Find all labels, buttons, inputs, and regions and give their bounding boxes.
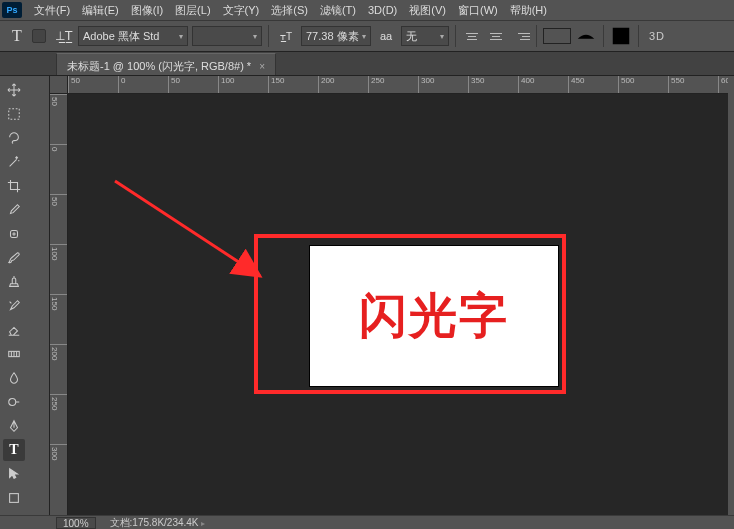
brush-tool[interactable] xyxy=(3,247,25,269)
dropdown-caret-icon: ▾ xyxy=(179,32,183,41)
warp-text-icon[interactable] xyxy=(575,25,597,47)
svg-rect-1 xyxy=(9,109,20,120)
status-bar: 100% 文档:175.8K/234.4K xyxy=(0,515,734,529)
menu-layer[interactable]: 图层(L) xyxy=(169,1,216,20)
spot-heal-tool[interactable] xyxy=(3,223,25,245)
ruler-origin[interactable] xyxy=(50,76,68,94)
svg-point-4 xyxy=(9,399,16,406)
clone-stamp-tool[interactable] xyxy=(3,271,25,293)
canvas-text-layer[interactable]: 闪光字 xyxy=(310,246,558,386)
crop-tool[interactable] xyxy=(3,175,25,197)
shape-tool[interactable] xyxy=(3,487,25,509)
menu-bar: Ps 文件(F) 编辑(E) 图像(I) 图层(L) 文字(Y) 选择(S) 滤… xyxy=(0,0,734,20)
pen-tool[interactable] xyxy=(3,415,25,437)
document-tab-bar: 未标题-1 @ 100% (闪光字, RGB/8#) * × xyxy=(0,52,734,76)
gradient-tool[interactable] xyxy=(3,343,25,365)
menu-window[interactable]: 窗口(W) xyxy=(452,1,504,20)
font-family-select[interactable]: Adobe 黑体 Std ▾ xyxy=(78,26,188,46)
options-bar: T ⊥̲T̲ Adobe 黑体 Std ▾ ▾ т̲T 77.38 像素 ▾ a… xyxy=(0,20,734,52)
menu-edit[interactable]: 编辑(E) xyxy=(76,1,125,20)
divider xyxy=(268,25,269,47)
divider xyxy=(638,25,639,47)
character-panel-icon[interactable] xyxy=(610,25,632,47)
svg-rect-0 xyxy=(613,28,630,45)
vertical-ruler[interactable]: 50050100150200250300 xyxy=(50,94,68,515)
document-canvas[interactable]: 闪光字 xyxy=(310,246,558,386)
blur-tool[interactable] xyxy=(3,367,25,389)
font-family-value: Adobe 黑体 Std xyxy=(83,29,159,44)
menu-file[interactable]: 文件(F) xyxy=(28,1,76,20)
zoom-level-field[interactable]: 100% xyxy=(56,517,96,529)
text-orientation-toggle[interactable] xyxy=(32,29,46,43)
close-tab-icon[interactable]: × xyxy=(259,61,265,72)
document-info[interactable]: 文档:175.8K/234.4K xyxy=(110,516,205,530)
document-tab[interactable]: 未标题-1 @ 100% (闪光字, RGB/8#) * × xyxy=(56,53,276,75)
divider xyxy=(455,25,456,47)
dodge-tool[interactable] xyxy=(3,391,25,413)
align-right-button[interactable] xyxy=(510,27,530,45)
antialias-select[interactable]: 无 ▾ xyxy=(401,26,449,46)
dropdown-caret-icon: ▾ xyxy=(253,32,257,41)
align-center-button[interactable] xyxy=(486,27,506,45)
workspace: T 50050100150200250300350400450500550600… xyxy=(0,76,734,515)
divider xyxy=(603,25,604,47)
app-logo: Ps xyxy=(2,2,22,18)
lasso-tool[interactable] xyxy=(3,127,25,149)
type-tool-indicator-icon: T xyxy=(6,25,28,47)
align-left-button[interactable] xyxy=(462,27,482,45)
antialias-label: aa xyxy=(375,25,397,47)
font-style-select[interactable]: ▾ xyxy=(192,26,262,46)
font-size-value: 77.38 像素 xyxy=(306,29,359,44)
tools-panel: T xyxy=(0,76,50,515)
font-size-icon: т̲T xyxy=(275,25,297,47)
horizontal-ruler[interactable]: 50050100150200250300350400450500550600 xyxy=(68,76,728,94)
menu-filter[interactable]: 滤镜(T) xyxy=(314,1,362,20)
svg-rect-5 xyxy=(10,494,19,503)
menu-select[interactable]: 选择(S) xyxy=(265,1,314,20)
3d-button[interactable]: 3D xyxy=(645,30,669,42)
type-tool[interactable]: T xyxy=(3,439,25,461)
svg-line-7 xyxy=(115,181,260,276)
dropdown-caret-icon: ▾ xyxy=(362,32,366,41)
menu-view[interactable]: 视图(V) xyxy=(403,1,452,20)
eyedropper-tool[interactable] xyxy=(3,199,25,221)
font-size-select[interactable]: 77.38 像素 ▾ xyxy=(301,26,371,46)
text-orientation-icon[interactable]: ⊥̲T̲ xyxy=(52,25,74,47)
history-brush-tool[interactable] xyxy=(3,295,25,317)
path-select-tool[interactable] xyxy=(3,463,25,485)
menu-image[interactable]: 图像(I) xyxy=(125,1,169,20)
marquee-tool[interactable] xyxy=(3,103,25,125)
dropdown-caret-icon: ▾ xyxy=(440,32,444,41)
text-color-swatch[interactable] xyxy=(543,28,571,44)
annotation-arrow-icon xyxy=(110,176,280,296)
right-gutter xyxy=(728,76,734,515)
antialias-value: 无 xyxy=(406,29,417,44)
magic-wand-tool[interactable] xyxy=(3,151,25,173)
divider xyxy=(536,25,537,47)
menu-3d[interactable]: 3D(D) xyxy=(362,2,403,18)
eraser-tool[interactable] xyxy=(3,319,25,341)
menu-help[interactable]: 帮助(H) xyxy=(504,1,553,20)
canvas-area[interactable]: 50050100150200250300350400450500550600 5… xyxy=(50,76,728,515)
move-tool[interactable] xyxy=(3,79,25,101)
menu-type[interactable]: 文字(Y) xyxy=(217,1,266,20)
document-tab-title: 未标题-1 @ 100% (闪光字, RGB/8#) * xyxy=(67,59,251,74)
